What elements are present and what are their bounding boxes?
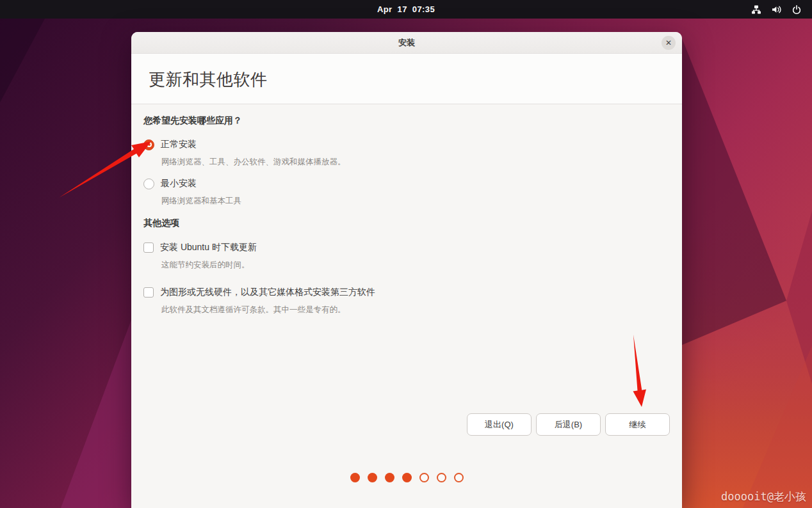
window-titlebar[interactable]: 安装 ✕ (131, 32, 682, 54)
network-icon[interactable] (751, 4, 761, 15)
desktop: Apr 17 07:35 (0, 0, 812, 508)
progress-dot (350, 473, 360, 482)
checkbox-icon[interactable] (143, 242, 154, 253)
window-title: 安装 (398, 37, 415, 49)
installer-window: 安装 ✕ 更新和其他软件 您希望先安装哪些应用？ 正常安装 网络浏览器、工具、办… (131, 32, 682, 508)
radio-description: 网络浏览器和基本工具 (161, 196, 670, 207)
page-header: 更新和其他软件 (131, 54, 682, 104)
radio-icon[interactable] (143, 179, 154, 189)
radio-description: 网络浏览器、工具、办公软件、游戏和媒体播放器。 (161, 157, 670, 168)
system-tray[interactable] (751, 0, 802, 19)
page-title: 更新和其他软件 (149, 68, 665, 91)
checkbox-label[interactable]: 为图形或无线硬件，以及其它媒体格式安装第三方软件 (160, 287, 375, 298)
close-icon[interactable]: ✕ (662, 36, 676, 50)
radio-icon[interactable] (143, 139, 154, 150)
progress-dot (454, 473, 464, 482)
progress-dot (385, 473, 394, 482)
checkbox-icon[interactable] (143, 287, 154, 298)
clock[interactable]: Apr 17 07:35 (377, 4, 435, 14)
continue-button[interactable]: 继续 (605, 413, 670, 436)
checkbox-description: 这能节约安装后的时间。 (161, 260, 670, 271)
volume-icon[interactable] (771, 4, 782, 15)
quit-button[interactable]: 退出(Q) (467, 413, 532, 436)
top-bar: Apr 17 07:35 (0, 0, 812, 19)
checkbox-third-party[interactable]: 为图形或无线硬件，以及其它媒体格式安装第三方软件 (143, 286, 670, 299)
other-options-label: 其他选项 (143, 218, 670, 229)
action-buttons: 退出(Q) 后退(B) 继续 (467, 413, 670, 436)
watermark: dooooit@老小孩 (721, 489, 806, 504)
checkbox-description: 此软件及其文档遵循许可条款。其中一些是专有的。 (161, 305, 670, 315)
progress-dot (437, 473, 446, 482)
radio-label[interactable]: 正常安装 (161, 139, 197, 150)
progress-dot (368, 473, 377, 482)
back-button[interactable]: 后退(B) (536, 413, 601, 436)
page-body: 您希望先安装哪些应用？ 正常安装 网络浏览器、工具、办公软件、游戏和媒体播放器。… (131, 104, 682, 315)
radio-normal-install[interactable]: 正常安装 (143, 138, 670, 151)
radio-label[interactable]: 最小安装 (161, 178, 197, 189)
checkbox-label[interactable]: 安装 Ubuntu 时下载更新 (160, 242, 257, 253)
progress-dots (131, 473, 682, 482)
checkbox-download-updates[interactable]: 安装 Ubuntu 时下载更新 (143, 241, 670, 254)
power-icon[interactable] (792, 4, 802, 15)
question-label: 您希望先安装哪些应用？ (143, 115, 670, 127)
radio-minimal-install[interactable]: 最小安装 (143, 177, 670, 190)
progress-dot (402, 473, 412, 482)
progress-dot (419, 473, 429, 482)
